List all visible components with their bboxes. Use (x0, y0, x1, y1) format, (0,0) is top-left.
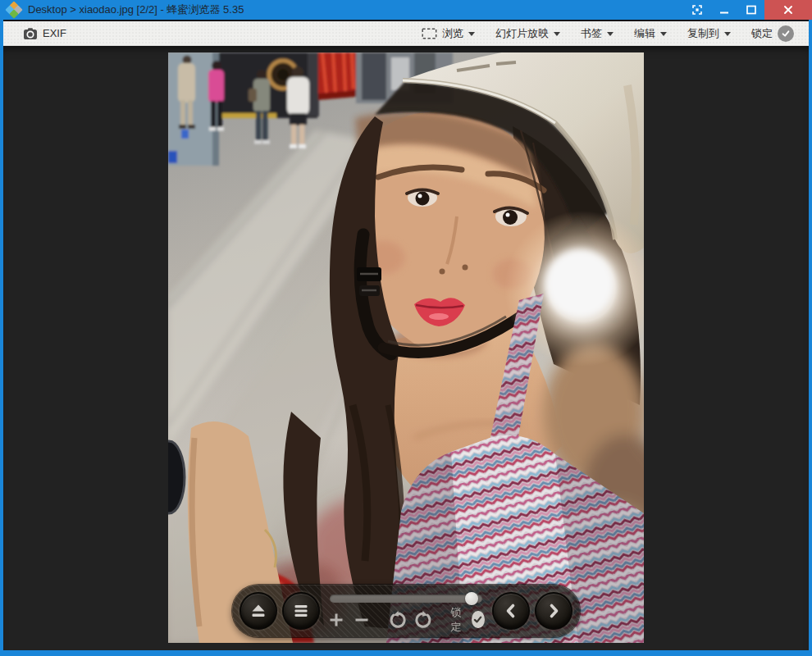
toolbar-center: 锁定 (320, 593, 492, 630)
window-controls (683, 0, 812, 20)
eject-icon (249, 602, 267, 620)
close-button[interactable] (764, 0, 812, 20)
rotate-left-icon (388, 611, 406, 629)
rotate-right-button[interactable] (415, 611, 433, 629)
maximize-icon (746, 5, 756, 15)
photo-image (168, 52, 644, 643)
previous-image-button[interactable] (492, 592, 530, 630)
chevron-down-icon (660, 32, 667, 36)
exif-label: EXIF (43, 27, 66, 39)
chevron-down-icon (724, 32, 731, 36)
window-frame: EXIF 浏览 幻灯片放映 书签 (0, 20, 812, 656)
camera-icon (23, 26, 38, 41)
rotate-right-icon (415, 611, 433, 629)
menubar-right: 浏览 幻灯片放映 书签 编辑 复制到 (422, 25, 794, 42)
menu-item-lock[interactable]: 锁定 (751, 25, 794, 42)
viewer-toolbar: 锁定 (232, 585, 580, 637)
chevron-down-icon (468, 32, 475, 36)
zoom-out-button[interactable] (354, 612, 370, 628)
menu-item-edit[interactable]: 编辑 (634, 26, 667, 41)
maximize-button[interactable] (737, 0, 764, 20)
chevron-down-icon (607, 32, 614, 36)
menu-icon (292, 602, 310, 620)
menu-item-slideshow[interactable]: 幻灯片放映 (495, 26, 560, 41)
plus-icon (328, 612, 344, 628)
eject-button[interactable] (239, 592, 277, 630)
minus-icon (354, 612, 370, 628)
lock-label: 锁定 (451, 605, 467, 635)
window-title: Desktop > xiaodao.jpg [2/2] - 蜂蜜浏览器 5.35 (28, 2, 244, 17)
zoom-slider-thumb[interactable] (465, 592, 478, 605)
expand-icon (691, 4, 703, 16)
photo[interactable] (168, 52, 644, 643)
close-icon (783, 5, 793, 15)
menu-item-label: 浏览 (442, 26, 463, 41)
image-viewer-area: 锁定 (3, 46, 809, 650)
chevron-left-icon (501, 601, 521, 621)
app-window: Desktop > xiaodao.jpg [2/2] - 蜂蜜浏览器 5.35 (0, 0, 812, 656)
menu-item-label: 编辑 (634, 26, 655, 41)
view-frame-icon (422, 28, 437, 39)
exif-button[interactable]: EXIF (23, 26, 66, 41)
menubar: EXIF 浏览 幻灯片放映 书签 (3, 20, 809, 46)
menu-item-label: 复制到 (687, 26, 719, 41)
menu-item-label: 锁定 (751, 26, 773, 41)
menu-item-copy-to[interactable]: 复制到 (687, 26, 731, 41)
menu-button[interactable] (282, 592, 320, 630)
chevron-down-icon (554, 32, 560, 36)
check-circle-icon (472, 611, 484, 628)
zoom-in-button[interactable] (328, 612, 344, 628)
toolbar-lock-toggle[interactable]: 锁定 (451, 605, 485, 635)
minimize-button[interactable] (710, 0, 737, 20)
next-image-button[interactable] (535, 592, 573, 630)
titlebar[interactable]: Desktop > xiaodao.jpg [2/2] - 蜂蜜浏览器 5.35 (0, 0, 812, 20)
menu-item-bookmarks[interactable]: 书签 (581, 26, 614, 41)
app-logo-icon (6, 2, 22, 18)
fullscreen-button[interactable] (683, 0, 710, 20)
chevron-right-icon (544, 601, 563, 621)
toolbar-controls: 锁定 (330, 610, 482, 630)
minimize-icon (719, 5, 729, 15)
menu-item-browse[interactable]: 浏览 (422, 26, 475, 41)
rotate-left-button[interactable] (388, 611, 406, 629)
zoom-slider[interactable] (330, 594, 482, 603)
check-circle-icon (778, 25, 794, 42)
menu-item-label: 书签 (581, 26, 602, 41)
menu-item-label: 幻灯片放映 (495, 26, 549, 41)
